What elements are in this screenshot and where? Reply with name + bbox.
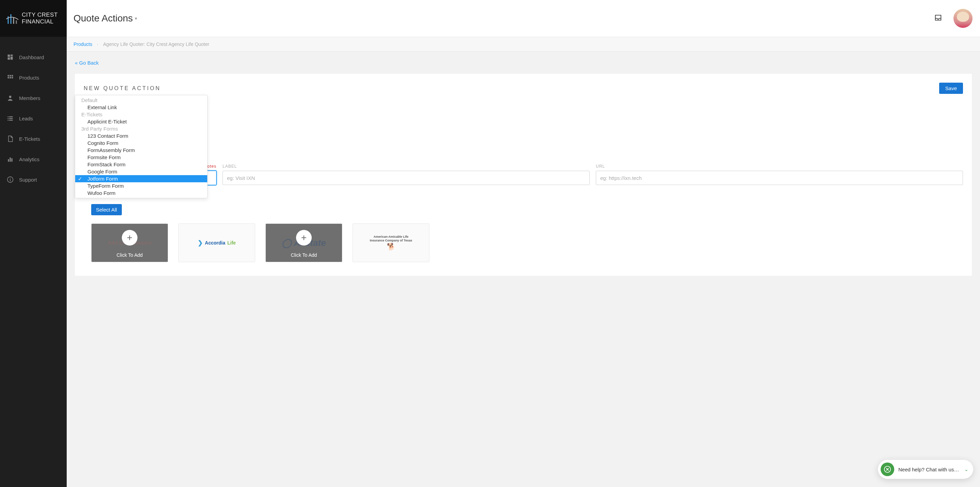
grid-icon bbox=[7, 74, 14, 81]
info-icon bbox=[7, 176, 14, 183]
dropdown-item[interactable]: Formsite Form bbox=[75, 154, 207, 161]
svg-rect-13 bbox=[8, 118, 9, 119]
check-icon: ✓ bbox=[78, 176, 82, 182]
dropdown-item[interactable]: Applicint E-Ticket bbox=[75, 118, 207, 125]
inbox-icon bbox=[934, 14, 942, 21]
save-button[interactable]: Save bbox=[939, 82, 963, 94]
chevron-down-icon: ▾ bbox=[135, 16, 137, 21]
click-to-add-label: Click To Add bbox=[291, 252, 317, 258]
dropdown-item[interactable]: Cognito Form bbox=[75, 140, 207, 147]
sidebar-item-label: Dashboard bbox=[19, 54, 44, 60]
sidebar: CITY CREST FINANCIAL Dashboard Products … bbox=[0, 0, 67, 487]
svg-rect-3 bbox=[8, 57, 10, 60]
svg-rect-6 bbox=[11, 75, 13, 76]
dropdown-item[interactable]: TypeForm Form bbox=[75, 182, 207, 189]
sidebar-item-support[interactable]: Support bbox=[0, 169, 67, 190]
plus-icon: + bbox=[296, 230, 312, 246]
dropdown-item[interactable]: FormAssembly Form bbox=[75, 147, 207, 154]
card-title: NEW QUOTE ACTION bbox=[84, 86, 161, 92]
url-field-label: URL bbox=[596, 164, 963, 169]
brand-logo: CITY CREST FINANCIAL bbox=[0, 0, 67, 37]
svg-rect-16 bbox=[9, 120, 13, 121]
dropdown-item[interactable]: FormStack Form bbox=[75, 161, 207, 168]
svg-rect-17 bbox=[8, 159, 9, 162]
quote-action-card: NEW QUOTE ACTION Save DefaultExternal Li… bbox=[75, 74, 972, 276]
label-field-label: LABEL bbox=[223, 164, 590, 169]
carrier-tile-allstate[interactable]: ◯ Allstate + Click To Add bbox=[266, 224, 342, 262]
person-icon bbox=[7, 95, 14, 102]
user-avatar[interactable] bbox=[953, 9, 972, 28]
dropdown-group-label: Default bbox=[75, 97, 207, 104]
sidebar-item-members[interactable]: Members bbox=[0, 88, 67, 108]
inbox-button[interactable] bbox=[934, 14, 950, 23]
carrier-grid: AAA Life Insurance + Click To Add ❯ Acco… bbox=[84, 224, 963, 262]
svg-rect-7 bbox=[8, 77, 9, 78]
sidebar-item-dashboard[interactable]: Dashboard bbox=[0, 47, 67, 67]
svg-rect-5 bbox=[10, 75, 11, 76]
dropdown-item[interactable]: 123 Contact Form bbox=[75, 132, 207, 140]
svg-rect-1 bbox=[11, 55, 13, 56]
svg-rect-22 bbox=[10, 178, 11, 179]
svg-rect-2 bbox=[11, 56, 13, 60]
sidebar-item-label: E-Tickets bbox=[19, 136, 40, 142]
svg-rect-14 bbox=[9, 118, 13, 119]
sidebar-item-label: Members bbox=[19, 95, 40, 101]
chat-avatar-icon bbox=[881, 463, 894, 476]
carrier-tile-amicable[interactable]: American-Amicable LifeInsurance Company … bbox=[353, 224, 430, 262]
list-icon bbox=[7, 115, 14, 122]
chat-text: Need help? Chat with us… bbox=[898, 466, 960, 473]
svg-rect-21 bbox=[10, 179, 11, 181]
topbar: Quote Actions ▾ bbox=[67, 0, 980, 37]
breadcrumb-link-products[interactable]: Products bbox=[73, 41, 92, 47]
svg-rect-8 bbox=[10, 77, 11, 78]
chevron-right-icon: › bbox=[97, 42, 98, 46]
file-icon bbox=[7, 135, 14, 142]
svg-rect-11 bbox=[8, 116, 9, 117]
svg-rect-9 bbox=[11, 77, 13, 78]
brand-text: CITY CREST FINANCIAL bbox=[22, 11, 58, 25]
chat-widget[interactable]: Need help? Chat with us… ⌄ bbox=[878, 460, 973, 479]
page-title: Quote Actions bbox=[73, 13, 133, 24]
sidebar-item-label: Products bbox=[19, 75, 39, 81]
svg-rect-4 bbox=[8, 75, 9, 76]
dashboard-icon bbox=[7, 54, 14, 60]
dropdown-item[interactable]: ✓Jotform Form bbox=[75, 175, 207, 182]
breadcrumb: Products › Agency Life Quoter: City Cres… bbox=[67, 37, 980, 52]
nav-list: Dashboard Products Members Leads E-Ticke… bbox=[0, 37, 67, 190]
dropdown-item[interactable]: Google Form bbox=[75, 168, 207, 175]
sidebar-item-leads[interactable]: Leads bbox=[0, 108, 67, 128]
page-title-dropdown[interactable]: Quote Actions ▾ bbox=[73, 13, 137, 24]
sidebar-item-products[interactable]: Products bbox=[0, 67, 67, 88]
sidebar-item-label: Analytics bbox=[19, 156, 40, 162]
url-input[interactable] bbox=[596, 171, 963, 185]
sidebar-item-analytics[interactable]: Analytics bbox=[0, 149, 67, 169]
svg-rect-18 bbox=[10, 157, 11, 162]
dropdown-group-label: 3rd Party Forms bbox=[75, 125, 207, 132]
label-input[interactable] bbox=[223, 171, 590, 185]
chevron-down-icon: ⌄ bbox=[964, 466, 969, 472]
svg-rect-15 bbox=[8, 120, 9, 121]
dropdown-group-label: E-Tickets bbox=[75, 111, 207, 118]
svg-point-10 bbox=[9, 95, 11, 98]
svg-rect-19 bbox=[11, 159, 12, 162]
go-back-link[interactable]: « Go Back bbox=[75, 60, 99, 66]
action-type-dropdown[interactable]: DefaultExternal LinkE-TicketsApplicint E… bbox=[75, 95, 208, 198]
click-to-add-label: Click To Add bbox=[117, 252, 143, 258]
plus-icon: + bbox=[122, 230, 137, 246]
breadcrumb-current: Agency Life Quoter: City Crest Agency Li… bbox=[103, 41, 209, 47]
svg-rect-12 bbox=[9, 116, 13, 117]
bars-icon bbox=[7, 156, 14, 163]
carrier-tile-aaa[interactable]: AAA Life Insurance + Click To Add bbox=[91, 224, 168, 262]
svg-rect-0 bbox=[8, 55, 10, 57]
select-all-button[interactable]: Select All bbox=[91, 204, 122, 215]
dropdown-item[interactable]: External Link bbox=[75, 104, 207, 111]
sidebar-item-label: Leads bbox=[19, 116, 33, 121]
dropdown-item[interactable]: Wufoo Form bbox=[75, 189, 207, 197]
brand-icon bbox=[6, 11, 18, 25]
sidebar-item-etickets[interactable]: E-Tickets bbox=[0, 128, 67, 149]
carrier-tile-accordia[interactable]: ❯ AccordiaLife bbox=[178, 224, 255, 262]
sidebar-item-label: Support bbox=[19, 177, 37, 182]
